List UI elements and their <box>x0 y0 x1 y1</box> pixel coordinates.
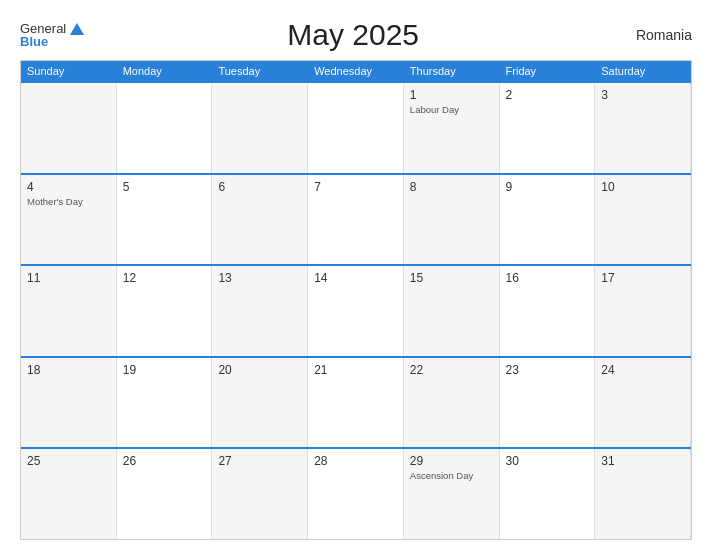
day-number: 25 <box>27 454 110 468</box>
day-cell-may20: 20 <box>212 358 308 448</box>
day-cell-may14: 14 <box>308 266 404 356</box>
week-row-5: 25 26 27 28 29 Ascension Day 30 <box>21 447 691 539</box>
day-number: 21 <box>314 363 397 377</box>
day-cell-may1: 1 Labour Day <box>404 83 500 173</box>
day-number: 27 <box>218 454 301 468</box>
day-cell-may8: 8 <box>404 175 500 265</box>
week-row-2: 4 Mother's Day 5 6 7 8 9 <box>21 173 691 265</box>
day-cell-may9: 9 <box>500 175 596 265</box>
header-saturday: Saturday <box>595 61 691 81</box>
day-cell-may30: 30 <box>500 449 596 539</box>
weeks-container: 1 Labour Day 2 3 4 Mother's Day 5 <box>21 81 691 539</box>
day-number: 19 <box>123 363 206 377</box>
day-cell-may3: 3 <box>595 83 691 173</box>
day-cell-may13: 13 <box>212 266 308 356</box>
header: General Blue May 2025 Romania <box>20 18 692 52</box>
week-row-4: 18 19 20 21 22 23 24 <box>21 356 691 448</box>
day-number: 5 <box>123 180 206 194</box>
day-event: Mother's Day <box>27 196 110 207</box>
day-cell-may6: 6 <box>212 175 308 265</box>
day-event: Labour Day <box>410 104 493 115</box>
day-cell-may4: 4 Mother's Day <box>21 175 117 265</box>
day-number: 31 <box>601 454 684 468</box>
day-cell-may10: 10 <box>595 175 691 265</box>
day-cell-may26: 26 <box>117 449 213 539</box>
day-cell-may23: 23 <box>500 358 596 448</box>
day-number: 10 <box>601 180 684 194</box>
day-number: 20 <box>218 363 301 377</box>
week-row-1: 1 Labour Day 2 3 <box>21 81 691 173</box>
day-cell-empty-4 <box>308 83 404 173</box>
day-number: 11 <box>27 271 110 285</box>
logo-triangle-icon <box>70 23 84 35</box>
day-number: 3 <box>601 88 684 102</box>
logo: General Blue <box>20 22 84 48</box>
day-cell-may2: 2 <box>500 83 596 173</box>
day-number: 16 <box>506 271 589 285</box>
day-cell-may29: 29 Ascension Day <box>404 449 500 539</box>
header-wednesday: Wednesday <box>308 61 404 81</box>
day-number: 28 <box>314 454 397 468</box>
day-cell-empty-3 <box>212 83 308 173</box>
day-cell-may15: 15 <box>404 266 500 356</box>
day-number: 17 <box>601 271 684 285</box>
day-number: 14 <box>314 271 397 285</box>
day-number: 24 <box>601 363 684 377</box>
header-tuesday: Tuesday <box>212 61 308 81</box>
day-number: 6 <box>218 180 301 194</box>
day-cell-may27: 27 <box>212 449 308 539</box>
day-cell-may21: 21 <box>308 358 404 448</box>
day-cell-may17: 17 <box>595 266 691 356</box>
country-label: Romania <box>622 27 692 43</box>
day-number: 7 <box>314 180 397 194</box>
day-number: 30 <box>506 454 589 468</box>
day-number: 22 <box>410 363 493 377</box>
calendar-title: May 2025 <box>84 18 622 52</box>
day-number: 2 <box>506 88 589 102</box>
day-number: 13 <box>218 271 301 285</box>
day-cell-may28: 28 <box>308 449 404 539</box>
day-cell-may16: 16 <box>500 266 596 356</box>
logo-blue-text: Blue <box>20 35 48 48</box>
day-number: 4 <box>27 180 110 194</box>
day-cell-may24: 24 <box>595 358 691 448</box>
day-headers-row: Sunday Monday Tuesday Wednesday Thursday… <box>21 61 691 81</box>
calendar-page: General Blue May 2025 Romania Sunday Mon… <box>0 0 712 550</box>
day-cell-may31: 31 <box>595 449 691 539</box>
day-event: Ascension Day <box>410 470 493 481</box>
calendar-grid: Sunday Monday Tuesday Wednesday Thursday… <box>20 60 692 540</box>
day-number: 18 <box>27 363 110 377</box>
header-monday: Monday <box>117 61 213 81</box>
day-cell-may11: 11 <box>21 266 117 356</box>
header-friday: Friday <box>500 61 596 81</box>
header-sunday: Sunday <box>21 61 117 81</box>
day-cell-may5: 5 <box>117 175 213 265</box>
day-cell-may12: 12 <box>117 266 213 356</box>
day-number: 12 <box>123 271 206 285</box>
day-number: 26 <box>123 454 206 468</box>
day-number: 8 <box>410 180 493 194</box>
day-cell-may25: 25 <box>21 449 117 539</box>
day-cell-empty-1 <box>21 83 117 173</box>
day-cell-empty-2 <box>117 83 213 173</box>
day-number: 15 <box>410 271 493 285</box>
header-thursday: Thursday <box>404 61 500 81</box>
day-cell-may18: 18 <box>21 358 117 448</box>
day-cell-may22: 22 <box>404 358 500 448</box>
day-number: 29 <box>410 454 493 468</box>
day-cell-may7: 7 <box>308 175 404 265</box>
day-number: 23 <box>506 363 589 377</box>
day-number: 9 <box>506 180 589 194</box>
week-row-3: 11 12 13 14 15 16 17 <box>21 264 691 356</box>
day-cell-may19: 19 <box>117 358 213 448</box>
day-number: 1 <box>410 88 493 102</box>
